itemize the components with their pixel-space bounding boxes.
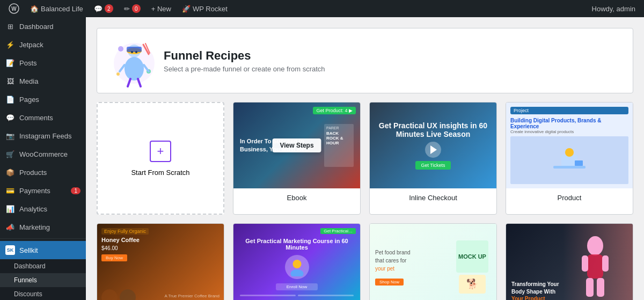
svg-point-20 [565,148,574,157]
sidebar-item-instagram[interactable]: 📷 Instagram Feeds [0,127,86,145]
sidebar-item-pages[interactable]: 📄 Pages [0,90,86,108]
wp-logo-button[interactable]: W [4,0,24,17]
sidebar-label-marketing: Marketing [19,223,50,231]
comments-count: 2 [105,4,113,13]
recipe-card-coffee[interactable]: Enjoy Fully Organic Honey Coffee $46.00 … [97,223,224,300]
recipe-card-ebook[interactable]: Get Product: 4 ▶ In Order To Succeed in … [233,102,361,215]
sidebar-item-sellkit[interactable]: SK Sellkit [0,241,86,259]
sidebar-item-analytics[interactable]: 📊 Analytics [0,200,86,218]
sidebar-sub-dashboard[interactable]: Dashboard [0,259,86,273]
sidebar-item-payments[interactable]: 💳 Payments 1 [0,181,86,200]
scratch-card[interactable]: + Start From Scratch [97,102,224,215]
sidebar-item-products[interactable]: 📦 Products [0,163,86,181]
site-name-button[interactable]: 🏠 Balanced Life [26,0,87,17]
jetpack-icon: ⚡ [5,40,15,49]
sidebar-label-jetpack: Jetpack [19,41,43,49]
howdy-label: Howdy, admin [588,5,640,13]
sub-discounts-label: Discounts [14,290,42,298]
sidebar-item-dashboard[interactable]: ⊞ Dashboard [0,17,86,35]
product-label: Product [506,188,633,207]
marketing-enroll-btn: Enroll Now [276,283,318,290]
media-icon: 🖼 [5,76,15,86]
recipe-card-product[interactable]: Project Building Digital Products, Brand… [506,102,633,215]
sidebar-label-sellkit: Sellkit [19,246,38,254]
marketing-thumbnail: Get Practical… Get Practical Marketing C… [233,224,360,300]
wp-icon: W [9,3,19,14]
sidebar-label-comments: Comments [19,114,53,122]
weightloss-person [560,226,630,300]
rocket-icon: 🚀 [182,5,191,13]
comments-icon: 💬 [94,5,103,13]
sidebar-sub-funnels[interactable]: ➤ Funnels [0,273,86,287]
product-sub: Create innovative digital products [510,129,628,134]
inline-cta: Get Tickets [415,161,450,170]
recipe-card-marketing-course[interactable]: Get Practical… Get Practical Marketing C… [233,223,361,300]
svg-rect-11 [127,47,142,52]
petfood-title: Pet food brandthat cares foryour pet [375,248,449,273]
product-thumbnail: Project Building Digital Products, Brand… [506,103,633,188]
comments-icon: 💬 [5,113,15,122]
comments-button[interactable]: 💬 2 [90,0,118,17]
coffee-circles: A True Premier Coffee Brand [101,289,219,300]
recipe-card-pet-food[interactable]: Pet food brandthat cares foryour pet Sho… [369,223,497,300]
instagram-icon: 📷 [5,131,15,141]
inline-mockup: Get Practical UX insights in 60 Minutes … [370,103,496,188]
woocommerce-icon: 🛒 [5,149,15,159]
header-illustration [110,39,153,82]
page-subtitle: Select a pre-made funnel or create one f… [164,65,325,73]
rocket-label: WP Rocket [193,5,228,13]
new-content-button[interactable]: + New [147,0,175,17]
sidebar-item-jetpack[interactable]: ⚡ Jetpack [0,35,86,54]
payments-icon: 💳 [5,186,15,195]
petfood-content: Pet food brandthat cares foryour pet Sho… [370,224,496,300]
sidebar-item-posts[interactable]: 📝 Posts [0,54,86,72]
ebook-badge: Get Product: 4 ▶ [313,107,356,114]
page-header-text: Funnel Recipes Select a pre-made funnel … [164,49,325,73]
funnel-illustration [110,39,158,87]
marketing-icon: 📣 [5,222,15,232]
petfood-mockup-img: MOCK UP 🐕 [453,240,491,294]
recipe-grid: + Start From Scratch Get Product: 4 ▶ In… [97,102,633,300]
inline-checkout-label: Inline Checkout [370,188,496,207]
sidebar-item-media[interactable]: 🖼 Media [0,72,86,90]
coffee-tag: Enjoy Fully Organic [101,228,149,235]
product-mockup: Building Digital Products, Brands & Expe… [506,103,633,188]
sidebar-label-products: Products [19,169,47,177]
sidebar-label-media: Media [19,77,38,85]
sidebar-item-woocommerce[interactable]: 🛒 WooCommerce [0,145,86,163]
sidebar-item-comments[interactable]: 💬 Comments [0,108,86,127]
posts-icon: 📝 [5,58,15,68]
recipe-card-inline-checkout[interactable]: Get Practical UX insights in 60 Minutes … [369,102,497,215]
admin-bar: W 🏠 Balanced Life 💬 2 ✏ 0 + New 🚀 WP Roc… [0,0,644,17]
sidebar-label-dashboard: Dashboard [19,23,54,31]
drafts-count: 0 [132,4,141,13]
dashboard-icon: ⊞ [5,21,15,31]
sidebar-label-posts: Posts [19,59,37,67]
content-area: Funnel Recipes Select a pre-made funnel … [86,17,644,300]
svg-point-24 [587,236,603,255]
sidebar-divider [0,238,86,239]
product-title: Building Digital Products, Brands & Expe… [510,118,628,129]
svg-point-10 [116,72,120,76]
scratch-plus-icon: + [150,141,171,162]
draft-icon: ✏ [124,5,130,13]
svg-point-22 [292,260,301,268]
svg-point-12 [131,51,133,53]
marketing-avatar [285,255,309,279]
coffee-title: Honey Coffee [101,237,219,243]
sidebar-label-analytics: Analytics [19,205,47,213]
petfood-text: Pet food brandthat cares foryour pet Sho… [375,248,449,285]
coffee-cta-btn: Buy Now [101,255,219,260]
coffee-thumbnail: Enjoy Fully Organic Honey Coffee $46.00 … [97,224,224,300]
sidebar-sub-discounts[interactable]: Discounts [0,287,86,300]
sidebar-label-instagram: Instagram Feeds [19,132,72,140]
product-person-svg [551,147,588,174]
sidebar-item-marketing[interactable]: 📣 Marketing [0,218,86,236]
svg-point-13 [135,51,137,53]
sidebar: ⊞ Dashboard ⚡ Jetpack 📝 Posts 🖼 Media 📄 … [0,17,86,300]
wp-rocket-button[interactable]: 🚀 WP Rocket [178,0,232,17]
drafts-button[interactable]: ✏ 0 [120,0,145,17]
recipe-card-weight-loss[interactable]: Transforming YourBody Shape With Your Pr… [506,223,633,300]
sub-dashboard-label: Dashboard [14,262,46,270]
page-header: Funnel Recipes Select a pre-made funnel … [97,28,633,93]
